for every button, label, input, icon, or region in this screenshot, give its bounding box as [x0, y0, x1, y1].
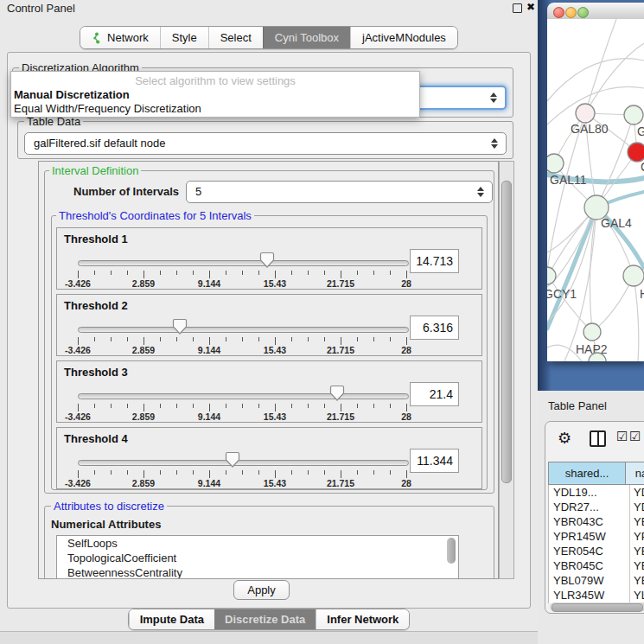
column-header-name[interactable]: na — [626, 462, 644, 484]
network-window-titlebar[interactable] — [547, 3, 644, 20]
slider-tick — [193, 404, 194, 408]
slider-tick — [357, 337, 358, 341]
list-scrollbar[interactable] — [447, 538, 456, 564]
threshold-label: Threshold 3 — [64, 366, 128, 379]
checkbox-checked-icon[interactable]: ☑ — [629, 429, 641, 444]
float-window-icon[interactable] — [513, 3, 522, 13]
slider-tick-label: 2.859 — [132, 411, 155, 422]
minimize-traffic-light-icon[interactable] — [565, 7, 577, 18]
slider-tick — [275, 337, 276, 345]
network-nodes[interactable]: GAL80GACGAL11GAL4GCY1HHAP2 — [547, 104, 644, 361]
algorithm-dropdown-popup: Select algorithm to view settings Manual… — [10, 71, 420, 118]
slider-tick — [160, 404, 161, 408]
network-node-gal80[interactable] — [576, 104, 595, 123]
tab-jactivemnodules-label: jActiveMNodules — [362, 31, 446, 44]
slider-thumb[interactable] — [225, 451, 240, 469]
slider-tick — [275, 271, 276, 278]
threshold-value-field[interactable]: 21.4 — [410, 382, 459, 406]
slider-tick — [226, 470, 226, 475]
tab-infer-network[interactable]: Infer Network — [316, 609, 409, 629]
slider-thumb[interactable] — [259, 252, 275, 269]
table-row[interactable]: YPR145WYPR1 — [549, 529, 644, 544]
threshold-label: Threshold 4 — [64, 432, 128, 445]
dropdown-option-equal-width-frequency[interactable]: Equal Width/Frequency Discretization — [14, 102, 201, 115]
threshold-value-field[interactable]: 6.316 — [410, 316, 459, 340]
slider-tick-label: 21.715 — [327, 411, 354, 422]
slider-tick — [242, 404, 243, 408]
tab-discretize-data[interactable]: Discretize Data — [214, 609, 316, 629]
zoom-traffic-light-icon[interactable] — [577, 7, 589, 18]
attribute-item[interactable]: BetweennessCentrality — [57, 565, 458, 579]
slider-tick — [324, 271, 325, 275]
slider-tick-label: -3.426 — [65, 478, 91, 488]
cell-shared-name: YDL19... — [549, 485, 630, 500]
tab-jactivemnodules[interactable]: jActiveMNodules — [350, 27, 457, 48]
table-row[interactable]: YDL19...YDL1 — [549, 485, 644, 500]
vertical-scrollbar[interactable] — [499, 161, 514, 579]
scrollbar-thumb[interactable] — [501, 181, 512, 483]
tab-impute-data[interactable]: Impute Data — [129, 609, 214, 629]
slider-tick — [357, 470, 358, 475]
cell-shared-name: YPR145W — [549, 529, 630, 544]
close-icon[interactable]: ✖ — [526, 1, 535, 13]
close-traffic-light-icon[interactable] — [553, 7, 564, 18]
table-row[interactable]: YER054CYER0 — [549, 544, 644, 558]
slider-track[interactable] — [78, 460, 409, 466]
attribute-item[interactable]: SelfLoops — [57, 536, 458, 551]
network-node-h[interactable] — [623, 265, 644, 286]
slider-thumb[interactable] — [172, 318, 188, 335]
columns-icon[interactable] — [590, 430, 606, 447]
apply-button[interactable]: Apply — [233, 580, 290, 600]
table-row[interactable]: YBL079WYBL0 — [549, 573, 644, 588]
checkbox-checked-icon[interactable]: ☑ — [616, 429, 628, 444]
slider-tick-label: 28 — [401, 278, 411, 289]
slider-tick-label: 15.43 — [264, 411, 286, 422]
slider-tick — [94, 271, 95, 275]
node-label: GAL11 — [550, 173, 587, 187]
scrollbar-thumb[interactable] — [552, 603, 643, 612]
table-data-combobox[interactable]: galFiltered.sif default node — [24, 132, 507, 155]
slider-tick — [406, 271, 407, 278]
cell-name: YLR3 — [630, 588, 644, 603]
network-canvas[interactable]: GAL80GACGAL11GAL4GCY1HHAP2 — [547, 19, 644, 361]
number-of-intervals-label: Number of Intervals — [73, 185, 179, 198]
tab-select[interactable]: Select — [208, 27, 263, 48]
slider-track[interactable] — [78, 327, 409, 333]
attribute-item[interactable]: TopologicalCoefficient — [57, 551, 458, 565]
slider-tick — [160, 337, 161, 341]
tab-network[interactable]: Network — [80, 27, 160, 48]
slider-tick — [78, 470, 79, 478]
slider-tick — [324, 337, 325, 341]
table-row[interactable]: YDR27...YDR2 — [549, 500, 644, 514]
table-row[interactable]: YLR345WYLR3 — [549, 588, 644, 603]
slider-tick-label: -3.426 — [65, 345, 91, 355]
slider-tick — [209, 271, 210, 278]
table-data-value: galFiltered.sif default node — [25, 137, 165, 150]
dropdown-option-manual-discretization[interactable]: Manual Discretization — [14, 88, 130, 101]
threshold-value-field[interactable]: 14.713 — [410, 249, 459, 273]
column-header-shared-name[interactable]: shared... — [549, 462, 626, 484]
network-node-gcy1[interactable] — [547, 267, 556, 284]
numerical-attributes-list[interactable]: SelfLoopsTopologicalCoefficientBetweenne… — [56, 535, 459, 579]
table-row[interactable]: YBR043CYBR0 — [549, 514, 644, 529]
slider-thumb[interactable] — [329, 385, 345, 402]
horizontal-scrollbar[interactable] — [550, 603, 644, 611]
number-of-intervals-combobox[interactable]: 5 — [186, 181, 493, 203]
slider-track[interactable] — [78, 393, 409, 399]
top-tab-group: Network Style Select Cyni Toolbox jActiv… — [80, 26, 458, 49]
slider-tick-label: 9.144 — [198, 345, 220, 355]
settings-scroll-viewport: Interval Definition Number of Intervals … — [38, 161, 499, 579]
tab-style[interactable]: Style — [160, 27, 208, 48]
cell-name: YDL1 — [630, 485, 644, 500]
network-node-gal11[interactable] — [547, 154, 564, 173]
slider-tick — [258, 337, 259, 341]
slider-tick — [94, 470, 95, 475]
network-node-ga[interactable] — [624, 105, 643, 124]
table-row[interactable]: YBR045CYBR0 — [549, 558, 644, 573]
network-node-hap2[interactable] — [583, 323, 601, 341]
network-node-c[interactable] — [628, 143, 644, 162]
gear-icon[interactable]: ⚙ — [558, 429, 571, 448]
threshold-value-field[interactable]: 11.344 — [410, 449, 459, 473]
slider-track[interactable] — [78, 260, 409, 266]
tab-cyni-toolbox[interactable]: Cyni Toolbox — [263, 27, 350, 48]
